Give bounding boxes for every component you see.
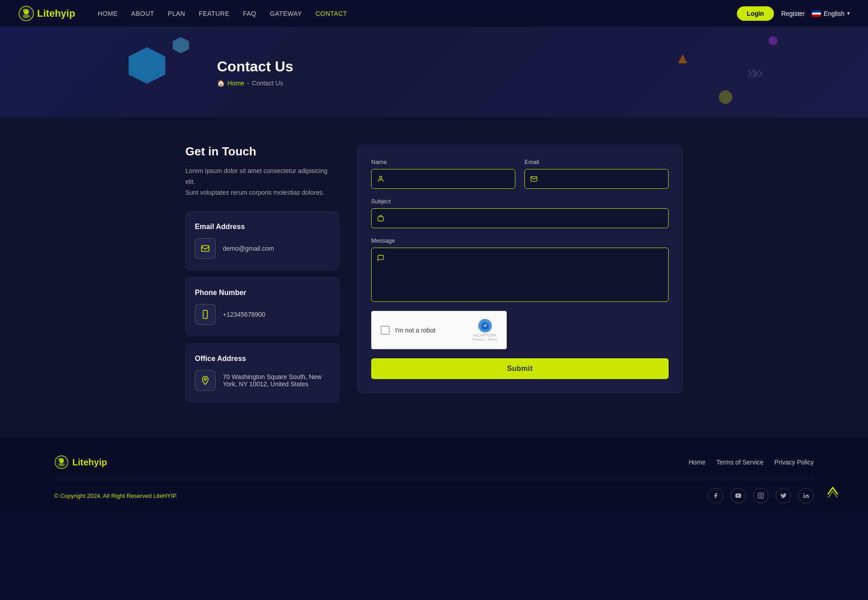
logo-hyip: hyip [55,8,75,19]
breadcrumb-home[interactable]: Home [227,80,244,87]
subject-input[interactable] [388,215,663,222]
phone-card-body: +12345678900 [195,304,330,325]
nav-faq[interactable]: FAQ [243,10,256,17]
navbar: Litehyip HOME ABOUT PLAN FEATURE FAQ GAT… [0,0,868,27]
office-card: Office Address 70 Washington Square Sout… [185,343,339,402]
breadcrumb: 🏠 Home - Contact Us [217,80,293,87]
email-value: demo@gmail.com [223,245,274,252]
chevron-down-icon: ▾ [847,10,850,16]
message-textarea[interactable] [388,253,663,294]
phone-icon-box [195,304,216,325]
message-icon [377,254,384,262]
email-card: Email Address demo@gmail.com [185,211,339,270]
phone-card-title: Phone Number [195,289,330,297]
social-youtube[interactable] [731,488,746,503]
logo[interactable]: Litehyip [18,5,75,22]
email-icon [200,244,210,253]
nav-plan[interactable]: PLAN [168,10,185,17]
logo-icon [18,5,34,22]
footer-logo[interactable]: Litehyip [54,455,107,469]
scroll-top-icon [826,484,840,497]
recaptcha-box[interactable]: I'm not a robot ↺ reCAPTCHA Privacy - Te… [371,311,507,349]
recaptcha-left: I'm not a robot [381,326,435,335]
deco-arrows: »» [747,62,760,83]
footer-link-tos[interactable]: Terms of Service [717,459,764,466]
nav-gateway[interactable]: GATEWAY [270,10,302,17]
svg-rect-7 [203,310,207,319]
social-linkedin[interactable] [798,488,814,503]
recaptcha-links: Privacy - Terms [472,338,497,342]
submit-button[interactable]: Submit [371,358,669,379]
svg-point-9 [204,378,207,380]
register-button[interactable]: Register [781,10,805,17]
content-grid: Get in Touch Lorem ipsum dolor sit amet … [185,145,683,409]
hero-title: Contact Us [217,58,293,75]
scroll-top-button[interactable] [825,483,841,499]
recaptcha-right: ↺ reCAPTCHA Privacy - Terms [472,319,497,342]
footer-logo-icon [54,455,69,469]
svg-text:↺: ↺ [483,323,487,328]
subject-label: Subject [371,198,669,205]
login-button[interactable]: Login [737,6,774,21]
svg-point-2 [23,14,30,18]
instagram-icon [758,492,764,499]
nav-home[interactable]: HOME [98,10,118,17]
subject-input-wrapper [371,208,669,228]
recaptcha-text: I'm not a robot [395,327,435,334]
nav-feature[interactable]: FEATURE [199,10,230,17]
social-twitter[interactable] [776,488,791,503]
social-facebook[interactable] [708,488,723,503]
svg-rect-11 [378,217,383,221]
location-icon [200,375,210,385]
recaptcha-checkbox[interactable] [381,326,390,335]
home-icon: 🏠 [217,80,225,87]
left-column: Get in Touch Lorem ipsum dolor sit amet … [185,145,339,409]
message-label: Message [371,237,669,244]
social-instagram[interactable] [753,488,769,503]
nav-about[interactable]: ABOUT [131,10,154,17]
copyright-text: © Copyright 2024. All Right Reserved Lit… [54,492,177,499]
right-column: Name Email [357,145,683,409]
recaptcha-brand: reCAPTCHA [473,333,496,338]
name-input-wrapper [371,169,515,189]
email-card-body: demo@gmail.com [195,238,330,259]
nav-right: Login Register English ▾ [737,6,850,21]
language-selector[interactable]: English ▾ [812,10,850,17]
contact-form: Name Email [357,145,683,393]
svg-point-17 [59,459,61,461]
name-input[interactable] [388,175,509,183]
email-input[interactable] [541,175,663,183]
message-textarea-wrapper [371,248,669,302]
brand-link[interactable]: LiteHYIP. [153,492,177,499]
breadcrumb-separator: - [247,80,249,87]
footer-link-home[interactable]: Home [689,459,705,466]
language-label: English [824,10,844,17]
svg-marker-4 [129,47,165,84]
svg-point-16 [58,463,65,466]
footer-bottom: © Copyright 2024. All Right Reserved Lit… [54,488,814,503]
hero-banner: »» Contact Us 🏠 Home - Contact Us [0,27,868,117]
hex-decoration-2 [172,36,190,54]
svg-marker-6 [678,54,687,63]
message-field-group: Message [371,237,669,302]
hero-decorations: »» [0,27,868,117]
user-icon [377,175,384,183]
svg-marker-5 [173,37,189,53]
form-name-email-row: Name Email [371,159,669,189]
footer-top: Litehyip Home Terms of Service Privacy P… [54,455,814,479]
email-field-group: Email [524,159,669,189]
office-card-title: Office Address [195,355,330,363]
footer-logo-lite: Lite [72,457,89,467]
svg-point-10 [379,176,382,178]
email-label: Email [524,159,669,165]
footer-link-privacy[interactable]: Privacy Policy [774,459,814,466]
email-input-wrapper [524,169,669,189]
office-value: 70 Washington Square South, New York, NY… [223,373,330,388]
nav-contact[interactable]: CONTACT [316,10,347,17]
deco-circle-2 [719,90,732,104]
twitter-icon [780,492,787,499]
section-title: Get in Touch [185,145,339,159]
section-description: Lorem ipsum dolor sit amet consectetur a… [185,166,339,198]
footer-logo-hyip: hyip [89,457,107,467]
phone-icon [200,309,210,319]
